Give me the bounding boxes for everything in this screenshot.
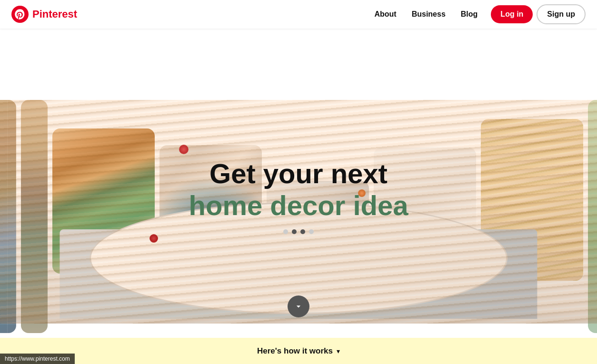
signup-button[interactable]: Sign up xyxy=(537,4,586,24)
browser-status-bar: https://www.pinterest.com xyxy=(0,354,75,364)
dot-1[interactable] xyxy=(283,229,288,234)
pinterest-logo-icon xyxy=(11,6,29,23)
hero-headline-line2: home decor idea xyxy=(189,189,408,222)
hero-section: Get your next home decor idea xyxy=(0,0,597,364)
how-it-works-text: Here's how it works xyxy=(257,346,333,356)
nav-business[interactable]: Business xyxy=(406,6,451,22)
gallery-card-stairs xyxy=(481,119,583,281)
logo[interactable]: Pinterest xyxy=(11,6,77,23)
nav-blog[interactable]: Blog xyxy=(455,6,484,22)
logo-text: Pinterest xyxy=(32,8,77,20)
header: Pinterest About Business Blog Log in Sig… xyxy=(0,0,597,29)
chevron-down-icon: ▾ xyxy=(337,347,340,355)
scroll-down-button[interactable] xyxy=(288,295,309,317)
nav-about[interactable]: About xyxy=(368,6,402,22)
dot-3[interactable] xyxy=(300,229,305,234)
hero-headline: Get your next home decor idea xyxy=(189,158,408,222)
hero-headline-line1: Get your next xyxy=(189,158,408,189)
bottom-bar[interactable]: Here's how it works ▾ xyxy=(0,338,597,364)
main-nav: About Business Blog Log in Sign up xyxy=(368,4,586,24)
dot-2[interactable] xyxy=(292,229,297,234)
chevron-down-icon xyxy=(294,302,303,311)
status-url: https://www.pinterest.com xyxy=(5,355,70,362)
dot-4[interactable] xyxy=(309,229,314,234)
carousel-dots xyxy=(283,229,314,234)
login-button[interactable]: Log in xyxy=(491,5,533,23)
